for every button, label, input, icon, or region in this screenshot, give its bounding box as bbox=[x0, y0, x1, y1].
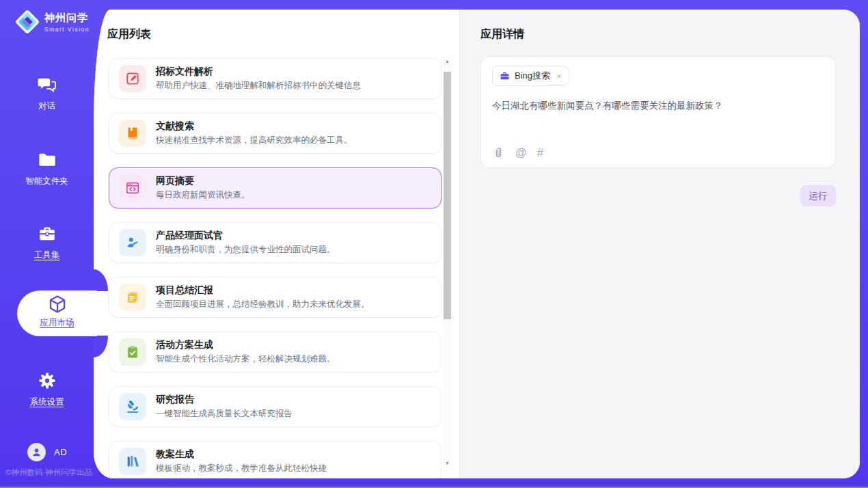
app-card-literature-search[interactable]: 文献搜索 快速精准查找学术资源，提高研究效率的必备工具。 bbox=[109, 113, 442, 154]
sidebar-item-toolset[interactable]: 工具集 bbox=[0, 224, 94, 261]
app-detail-title: 应用详情 bbox=[480, 27, 524, 42]
composer-toolbar: @ # bbox=[492, 146, 824, 159]
app-detail-panel: 应用详情 Bing搜索 × 今日湖北有哪些新闻要点？有哪些需要关注的最新政策？ … bbox=[459, 10, 860, 478]
sidebar-item-label: 工具集 bbox=[34, 250, 60, 260]
app-card-desc: 智能生成个性化活动方案，轻松解决规划难题。 bbox=[156, 353, 336, 365]
sidebar-item-label: 对话 bbox=[38, 101, 55, 111]
books-icon bbox=[119, 448, 146, 475]
app-card-desc: 帮助用户快速、准确地理解和解析招标书中的关键信息 bbox=[156, 80, 361, 92]
sidebar-item-app-market[interactable]: 应用市场 bbox=[17, 290, 97, 336]
microscope-icon bbox=[119, 393, 146, 420]
app-card-desc: 全面回顾项目进展，总结经验教训，助力未来优化发展。 bbox=[156, 299, 370, 310]
sidebar-item-settings[interactable]: 系统设置 bbox=[0, 371, 94, 408]
scroll-up-icon[interactable]: ▲ bbox=[443, 57, 452, 66]
app-card-desc: 明确身份和职责，为您提供专业性的面试问题。 bbox=[156, 244, 336, 256]
toolbox-icon bbox=[38, 224, 57, 243]
app-card-project-summary[interactable]: 项目总结汇报 全面回顾项目进展，总结经验教训，助力未来优化发展。 bbox=[109, 277, 442, 318]
cube-icon bbox=[47, 294, 68, 314]
sidebar-item-label: 应用市场 bbox=[40, 318, 74, 327]
app-list-panel: 应用列表 招标文件解析 帮助用户快速、准确地理解和解析招标书中的关键信息 bbox=[94, 10, 459, 478]
app-card-pm-interviewer[interactable]: 产品经理面试官 明确身份和职责，为您提供专业性的面试问题。 bbox=[109, 222, 442, 263]
brand-name: 神州问学 bbox=[44, 12, 90, 25]
app-list-title: 应用列表 bbox=[107, 27, 151, 42]
app-card-title: 网页摘要 bbox=[156, 175, 250, 187]
scrollbar-thumb[interactable] bbox=[444, 72, 451, 319]
main-content: 应用列表 招标文件解析 帮助用户快速、准确地理解和解析招标书中的关键信息 bbox=[94, 10, 860, 478]
mention-icon[interactable]: @ bbox=[515, 146, 527, 159]
app-card-event-plan[interactable]: 活动方案生成 智能生成个性化活动方案，轻松解决规划难题。 bbox=[109, 331, 442, 372]
tool-chip-bing[interactable]: Bing搜索 × bbox=[492, 66, 569, 86]
folder-icon bbox=[38, 150, 57, 170]
app-window: 神州问学 Smart Vision 对话 智能文件夹 工具集 bbox=[0, 0, 868, 488]
close-icon[interactable]: × bbox=[556, 71, 562, 81]
app-card-title: 研究报告 bbox=[156, 394, 293, 406]
notes-icon bbox=[119, 284, 146, 311]
user-account[interactable]: AD bbox=[27, 443, 67, 461]
app-card-title: 产品经理面试官 bbox=[156, 230, 336, 242]
chat-icon bbox=[38, 75, 57, 94]
brand-logo: 神州问学 Smart Vision bbox=[14, 8, 90, 36]
prompt-card: Bing搜索 × 今日湖北有哪些新闻要点？有哪些需要关注的最新政策？ @ # bbox=[480, 56, 836, 168]
gear-icon bbox=[38, 371, 57, 390]
run-button[interactable]: 运行 bbox=[800, 185, 836, 206]
book-icon bbox=[119, 120, 146, 147]
sidebar-item-label: 系统设置 bbox=[30, 397, 64, 407]
app-card-lesson-plan[interactable]: 教案生成 模板驱动，教案秒成，教学准备从此轻松快捷 bbox=[109, 441, 442, 478]
interviewer-icon bbox=[119, 229, 146, 256]
hash-icon[interactable]: # bbox=[537, 146, 543, 159]
brand-subtitle: Smart Vision bbox=[44, 26, 90, 33]
app-card-desc: 快速精准查找学术资源，提高研究效率的必备工具。 bbox=[156, 135, 353, 146]
app-card-list: 招标文件解析 帮助用户快速、准确地理解和解析招标书中的关键信息 文献搜索 快速精… bbox=[109, 58, 442, 478]
app-card-desc: 每日政府新闻资讯快查。 bbox=[156, 189, 250, 201]
app-card-desc: 模板驱动，教案秒成，教学准备从此轻松快捷 bbox=[156, 463, 327, 474]
user-name: AD bbox=[54, 447, 67, 457]
sidebar-item-chat[interactable]: 对话 bbox=[0, 75, 94, 112]
query-text[interactable]: 今日湖北有哪些新闻要点？有哪些需要关注的最新政策？ bbox=[492, 100, 824, 146]
app-card-title: 教案生成 bbox=[156, 448, 327, 461]
paperclip-icon[interactable] bbox=[492, 146, 505, 159]
scroll-down-icon[interactable]: ▼ bbox=[443, 459, 452, 467]
scrollbar: ▲ ▼ bbox=[443, 57, 452, 467]
app-card-web-summary[interactable]: 网页摘要 每日政府新闻资讯快查。 bbox=[109, 167, 442, 208]
briefcase-icon bbox=[500, 71, 510, 81]
avatar bbox=[27, 443, 46, 461]
app-card-research-report[interactable]: 研究报告 一键智能生成高质量长文本研究报告 bbox=[109, 386, 442, 427]
doc-edit-icon bbox=[119, 65, 146, 92]
tool-chip-label: Bing搜索 bbox=[515, 70, 550, 82]
app-card-desc: 一键智能生成高质量长文本研究报告 bbox=[156, 408, 293, 420]
browser-code-icon bbox=[119, 174, 146, 202]
app-card-bid-parse[interactable]: 招标文件解析 帮助用户快速、准确地理解和解析招标书中的关键信息 bbox=[109, 58, 442, 99]
sidebar-item-label: 智能文件夹 bbox=[25, 176, 68, 186]
copyright-footer: ©神州数码·神州问学出品 bbox=[5, 467, 92, 478]
sidebar-item-smart-folder[interactable]: 智能文件夹 bbox=[0, 150, 94, 187]
app-card-title: 招标文件解析 bbox=[156, 66, 361, 78]
app-card-title: 活动方案生成 bbox=[156, 339, 336, 351]
gem-logo-icon bbox=[14, 8, 41, 36]
clipboard-check-icon bbox=[119, 338, 146, 366]
sidebar: 神州问学 Smart Vision 对话 智能文件夹 工具集 bbox=[0, 0, 94, 488]
app-card-title: 项目总结汇报 bbox=[156, 284, 370, 297]
app-card-title: 文献搜索 bbox=[156, 120, 353, 133]
person-icon bbox=[31, 446, 42, 458]
